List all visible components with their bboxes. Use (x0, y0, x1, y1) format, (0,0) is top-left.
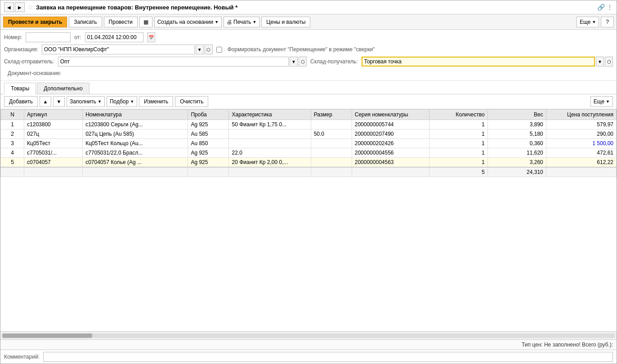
tab-goods[interactable]: Товары (4, 83, 36, 94)
organization-label: Организация: (4, 46, 38, 53)
warehouse-sender-dropdown-button[interactable]: ▼ (290, 57, 298, 67)
warehouse-sender-group: Склад-отправитель: ▼ ⬡ (4, 57, 307, 67)
more-options-button[interactable]: ⋮ (607, 4, 613, 11)
table-row[interactable]: 1 с1203800 с1203800 Серьги (Ag... Ag 925… (1, 120, 617, 129)
header-characteristic: Характеристика (229, 110, 311, 120)
save-button[interactable]: Записать (69, 17, 102, 27)
tab-goods-content: Добавить ▲ ▼ Заполнить ▼ Подбор ▼ Измени… (0, 94, 617, 350)
create-based-arrow-icon: ▼ (215, 20, 219, 24)
checkbox-label: Формировать документ "Перемещение" в реж… (228, 46, 375, 53)
comment-row: Комментарий: (0, 350, 617, 364)
organization-input[interactable] (42, 44, 195, 54)
more-button[interactable]: Еще ▼ (577, 17, 599, 27)
selection-button[interactable]: Подбор ▼ (107, 96, 137, 107)
warehouse-sender-open-button[interactable]: ⬡ (299, 57, 307, 67)
doc-base-label: Документ-основание: (8, 70, 61, 76)
status-text: Тип цен: Не заполнено! Всего (руб.): (522, 342, 613, 348)
create-based-button[interactable]: Создать на основании ▼ (154, 17, 222, 27)
number-date-row: Номер: от: 📅 (4, 32, 613, 42)
goods-table: N Артикул Номенклатура Проба Характерист… (0, 109, 617, 177)
selection-arrow-icon: ▼ (130, 99, 134, 104)
organization-open-button[interactable]: ⬡ (205, 44, 213, 54)
table-footer: 5 24,310 (1, 167, 617, 177)
warehouse-row: Склад-отправитель: ▼ ⬡ Склад-получатель:… (4, 57, 613, 67)
table-more-button[interactable]: Еще ▼ (590, 96, 613, 107)
fill-arrow-icon: ▼ (98, 99, 102, 104)
org-checkbox-row: Организация: ▼ ⬡ Формировать документ "П… (4, 44, 613, 54)
scroll-thumb (2, 333, 92, 338)
header-size: Размер (311, 110, 352, 120)
number-label: Номер: (4, 34, 22, 40)
doc-base-row: Документ-основание: (4, 69, 613, 78)
warehouse-receiver-dropdown-button[interactable]: ▼ (596, 57, 604, 67)
table-more-arrow-icon: ▼ (606, 99, 610, 104)
print-arrow-icon: ▼ (252, 20, 256, 24)
form-area: Номер: от: 📅 Организация: ▼ ⬡ Формироват… (0, 30, 617, 81)
header-series: Серия номенклатуры (352, 110, 429, 120)
number-input[interactable] (26, 32, 71, 42)
header-n: N (1, 110, 24, 120)
header-price: Цена поступления (546, 110, 616, 120)
comment-label: Комментарий: (4, 354, 40, 360)
title-bar: ◀ ▶ ☆ Заявка на перемещение товаров: Вну… (0, 0, 617, 14)
page-title: Заявка на перемещение товаров: Внутренне… (36, 4, 595, 11)
post-button[interactable]: Провести (104, 17, 138, 27)
add-button[interactable]: Добавить (4, 96, 38, 107)
nav-back-button[interactable]: ◀ (4, 2, 14, 12)
header-quantity: Количество (429, 110, 487, 120)
horizontal-scrollbar[interactable] (0, 331, 617, 339)
help-button[interactable]: ? (601, 17, 614, 27)
footer-weight: 24,310 (487, 167, 546, 177)
scroll-track (2, 333, 615, 338)
table-row[interactable]: 2 027ц 027ц Цепь (Au 585) Au 585 50.0 20… (1, 129, 617, 139)
footer-quantity: 5 (429, 167, 487, 177)
move-up-button[interactable]: ▲ (40, 96, 51, 107)
comment-input[interactable] (43, 352, 613, 362)
print-button[interactable]: 🖨 Печать ▼ (224, 17, 259, 27)
move-down-button[interactable]: ▼ (53, 96, 65, 107)
header-weight: Вес (487, 110, 546, 120)
printer-icon: 🖨 (227, 19, 232, 25)
tab-additional[interactable]: Дополнительно (37, 83, 89, 94)
warehouse-receiver-open-button[interactable]: ⬡ (605, 57, 613, 67)
link-icon-button[interactable]: 🔗 (597, 4, 605, 11)
fill-button[interactable]: Заполнить ▼ (67, 96, 105, 107)
warehouse-receiver-group: Склад-получатель: ▼ ⬡ (310, 57, 613, 67)
change-button[interactable]: Изменить (139, 96, 173, 107)
calendar-icon-button[interactable]: 📅 (147, 32, 155, 42)
tabs-bar: Товары Дополнительно (0, 83, 617, 94)
nav-buttons: ◀ ▶ (4, 2, 25, 12)
more-arrow-icon: ▼ (592, 20, 596, 24)
from-label: от: (74, 34, 81, 40)
nav-forward-button[interactable]: ▶ (15, 2, 25, 12)
create-movement-checkbox[interactable] (216, 47, 222, 53)
title-icon-group: 🔗 ⋮ (597, 4, 613, 11)
bottom-status: Тип цен: Не заполнено! Всего (руб.): (0, 339, 617, 350)
header-nomenclature: Номенклатура (83, 110, 188, 120)
warehouse-sender-input[interactable] (58, 57, 289, 67)
post-and-close-button[interactable]: Провести и закрыть (3, 17, 67, 27)
table-icon-button[interactable]: ▦ (139, 17, 152, 27)
main-toolbar: Провести и закрыть Записать Провести ▦ С… (0, 14, 617, 30)
bookmark-button[interactable]: ☆ (27, 4, 33, 11)
warehouse-sender-label: Склад-отправитель: (4, 58, 54, 65)
date-input[interactable] (85, 32, 143, 42)
table-toolbar: Добавить ▲ ▼ Заполнить ▼ Подбор ▼ Измени… (0, 94, 617, 109)
table-row[interactable]: 5 с0704057 с0704057 Колье (Ag ... Ag 925… (1, 158, 617, 168)
table-row[interactable]: 3 Кц05Тест Кц05Тест Кольцо (Au... Au 850… (1, 139, 617, 148)
clear-button[interactable]: Очистить (175, 96, 208, 107)
warehouse-receiver-label: Склад-получатель: (310, 58, 358, 65)
table-body: 1 с1203800 с1203800 Серьги (Ag... Ag 925… (1, 120, 617, 168)
organization-dropdown-button[interactable]: ▼ (196, 44, 204, 54)
goods-table-wrapper[interactable]: N Артикул Номенклатура Проба Характерист… (0, 109, 617, 331)
header-article: Артикул (24, 110, 83, 120)
table-header-row: N Артикул Номенклатура Проба Характерист… (1, 110, 617, 120)
prices-currencies-button[interactable]: Цены и валюты (261, 17, 310, 27)
footer-price (546, 167, 616, 177)
warehouse-receiver-input[interactable] (362, 57, 595, 67)
table-row[interactable]: 4 с7705031/... с7705031/22,0 Брасл... Ag… (1, 148, 617, 158)
header-proba: Проба (188, 110, 229, 120)
